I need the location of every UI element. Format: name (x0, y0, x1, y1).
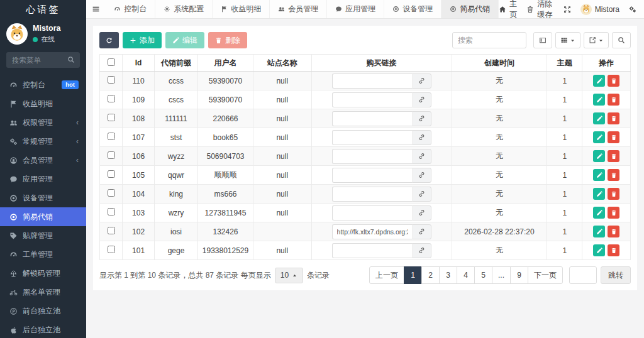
row-checkbox[interactable] (108, 227, 115, 234)
row-delete-button[interactable] (608, 169, 619, 181)
row-checkbox[interactable] (108, 208, 115, 215)
tab-收益明细[interactable]: 收益明细 (213, 0, 270, 18)
row-edit-button[interactable] (593, 226, 605, 237)
delete-button[interactable]: 删除 (208, 32, 247, 48)
page-button-5[interactable]: 5 (474, 266, 492, 284)
buy-link-input[interactable] (332, 243, 413, 258)
row-checkbox[interactable] (108, 189, 115, 197)
link-copy-button[interactable] (413, 149, 431, 164)
buy-link-input[interactable] (332, 224, 413, 239)
row-edit-button[interactable] (593, 169, 605, 181)
link-copy-button[interactable] (413, 224, 431, 239)
sidebar-item-前台独立池[interactable]: 前台独立池 (0, 302, 86, 320)
user-menu[interactable]: Mistora (580, 4, 619, 15)
clear-cache-link[interactable]: 清除缓存 (526, 0, 553, 20)
next-page-button[interactable]: 下一页 (528, 266, 563, 284)
sidebar-item-简易代销[interactable]: 简易代销 (0, 207, 86, 226)
fullscreen-button[interactable] (564, 6, 571, 13)
row-delete-button[interactable] (608, 188, 619, 200)
tab-简易代销[interactable]: 简易代销 (441, 0, 499, 18)
search-button[interactable] (612, 32, 631, 48)
page-button-1[interactable]: 1 (404, 266, 422, 284)
sidebar-item-应用管理[interactable]: 应用管理 (0, 170, 86, 188)
prev-page-button[interactable]: 上一页 (369, 266, 404, 284)
row-delete-button[interactable] (608, 207, 619, 219)
sidebar-item-后台独立池[interactable]: 后台独立池 (0, 320, 86, 338)
detail-view-button[interactable] (533, 32, 552, 48)
sidebar-item-设备管理[interactable]: 设备管理 (0, 188, 86, 207)
menu-toggle-icon[interactable] (86, 0, 106, 18)
row-edit-button[interactable] (593, 131, 605, 143)
page-button-3[interactable]: 3 (439, 266, 457, 284)
sidebar-item-解锁码管理[interactable]: 解锁码管理 (0, 264, 86, 283)
tab-控制台[interactable]: 控制台 (106, 0, 155, 18)
sidebar-item-贴牌管理[interactable]: 贴牌管理 (0, 226, 86, 245)
buy-link-input[interactable] (332, 74, 413, 89)
sidebar-item-工单管理[interactable]: 工单管理 (0, 245, 86, 264)
refresh-button[interactable] (99, 32, 119, 48)
select-all-checkbox[interactable] (108, 58, 115, 66)
page-jump-button[interactable]: 跳转 (601, 266, 631, 284)
tab-应用管理[interactable]: 应用管理 (327, 0, 384, 18)
link-copy-button[interactable] (413, 243, 431, 258)
buy-link-input[interactable] (332, 92, 413, 107)
buy-link-input[interactable] (332, 187, 413, 202)
buy-link-input[interactable] (332, 168, 413, 183)
add-button[interactable]: 添加 (123, 32, 162, 48)
buy-link-input[interactable] (332, 111, 413, 126)
link-copy-button[interactable] (413, 111, 431, 126)
buy-link-input[interactable] (332, 149, 413, 164)
row-delete-button[interactable] (608, 244, 619, 256)
page-jump-input[interactable] (569, 266, 597, 284)
row-delete-button[interactable] (608, 131, 619, 143)
home-link[interactable]: 主页 (499, 0, 517, 20)
page-size-select[interactable]: 10 (275, 268, 303, 283)
row-checkbox[interactable] (108, 151, 115, 159)
sidebar-item-权限管理[interactable]: 权限管理‹ (0, 113, 86, 132)
row-checkbox[interactable] (108, 246, 115, 253)
row-edit-button[interactable] (593, 188, 605, 200)
tab-会员管理[interactable]: 会员管理 (270, 0, 327, 18)
settings-button[interactable] (629, 6, 636, 13)
link-copy-button[interactable] (413, 168, 431, 183)
page-button-4[interactable]: 4 (457, 266, 475, 284)
row-checkbox[interactable] (108, 95, 115, 102)
row-delete-button[interactable] (608, 112, 619, 124)
sidebar-item-会员管理[interactable]: 会员管理‹ (0, 151, 86, 170)
tab-系统配置[interactable]: 系统配置 (155, 0, 213, 18)
buy-link-input[interactable] (332, 205, 413, 221)
link-copy-button[interactable] (413, 205, 431, 221)
row-delete-button[interactable] (608, 150, 619, 162)
row-delete-button[interactable] (608, 94, 619, 106)
link-copy-button[interactable] (413, 130, 431, 145)
row-checkbox[interactable] (108, 114, 115, 121)
row-edit-button[interactable] (593, 150, 605, 162)
user-name: Mistora (33, 24, 60, 33)
link-copy-button[interactable] (413, 74, 431, 89)
page-button-2[interactable]: 2 (421, 266, 440, 284)
row-edit-button[interactable] (593, 112, 605, 124)
row-checkbox[interactable] (108, 133, 115, 140)
link-copy-button[interactable] (413, 187, 431, 202)
tab-设备管理[interactable]: 设备管理 (384, 0, 441, 18)
row-edit-button[interactable] (593, 207, 605, 219)
row-edit-button[interactable] (593, 94, 605, 106)
link-copy-button[interactable] (413, 92, 431, 107)
edit-button[interactable]: 编辑 (165, 32, 204, 48)
page-button-9[interactable]: 9 (510, 266, 528, 284)
page-ellipsis[interactable]: ... (492, 266, 511, 284)
row-delete-button[interactable] (608, 226, 619, 237)
buy-link-input[interactable] (332, 130, 413, 145)
row-edit-button[interactable] (593, 244, 605, 256)
sidebar-item-黑名单管理[interactable]: 黑名单管理 (0, 283, 86, 302)
columns-button[interactable] (555, 32, 580, 48)
sidebar-item-收益明细[interactable]: 收益明细 (0, 94, 86, 113)
row-delete-button[interactable] (608, 75, 619, 87)
sidebar-item-常规管理[interactable]: 常规管理‹ (0, 132, 86, 151)
row-edit-button[interactable] (593, 75, 605, 87)
table-search-input[interactable] (452, 32, 526, 48)
row-checkbox[interactable] (108, 76, 115, 84)
row-checkbox[interactable] (108, 170, 115, 178)
sidebar-item-控制台[interactable]: 控制台hot (0, 75, 86, 94)
export-button[interactable] (584, 32, 609, 48)
